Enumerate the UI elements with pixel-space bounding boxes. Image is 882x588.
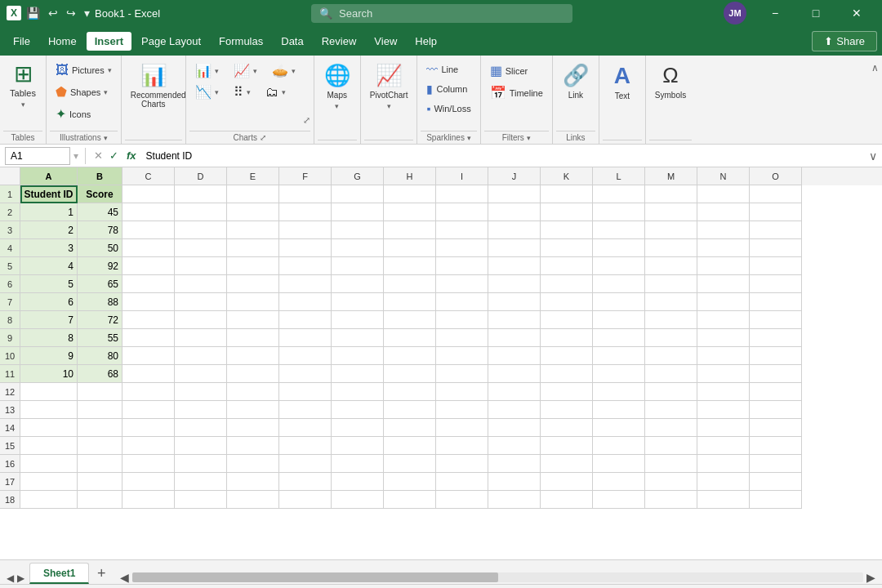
cell-B16[interactable] (78, 455, 122, 473)
cell-B13[interactable] (78, 401, 122, 419)
row-number[interactable]: 10 (0, 347, 20, 365)
cell-F15[interactable] (279, 437, 332, 455)
cell-J18[interactable] (488, 491, 541, 509)
cell-D2[interactable] (175, 203, 227, 221)
col-header-B[interactable]: B (78, 167, 122, 185)
cell-N2[interactable] (697, 203, 750, 221)
cell-J1[interactable] (488, 185, 541, 203)
col-header-I[interactable]: I (436, 167, 488, 185)
cell-M8[interactable] (645, 311, 697, 329)
cell-H11[interactable] (384, 365, 436, 383)
minimize-button[interactable]: − (756, 0, 794, 26)
cell-B6[interactable]: 65 (78, 275, 122, 293)
illustrations-icons-btn[interactable]: ✦ Icons (50, 104, 118, 124)
cell-K8[interactable] (541, 311, 593, 329)
cell-C9[interactable] (122, 329, 175, 347)
cell-K10[interactable] (541, 347, 593, 365)
col-header-C[interactable]: C (122, 167, 175, 185)
cell-E10[interactable] (227, 347, 279, 365)
cell-G2[interactable] (332, 203, 384, 221)
cell-N3[interactable] (697, 221, 750, 239)
menu-help[interactable]: Help (407, 32, 445, 51)
cell-D5[interactable] (175, 257, 227, 275)
row-number[interactable]: 15 (0, 437, 20, 455)
cell-I2[interactable] (436, 203, 488, 221)
cell-O9[interactable] (750, 329, 802, 347)
row-number[interactable]: 1 (0, 185, 20, 203)
menu-insert[interactable]: Insert (87, 32, 131, 51)
cell-F14[interactable] (279, 419, 332, 437)
cell-E1[interactable] (227, 185, 279, 203)
cell-O11[interactable] (750, 365, 802, 383)
ribbon-collapse-button[interactable]: ∧ (871, 62, 879, 74)
cell-M9[interactable] (645, 329, 697, 347)
cell-L15[interactable] (593, 437, 645, 455)
cell-F1[interactable] (279, 185, 332, 203)
cell-I1[interactable] (436, 185, 488, 203)
row-number[interactable]: 14 (0, 419, 20, 437)
scatter-chart-button[interactable]: ⠿ ▾ (228, 82, 256, 102)
cell-L17[interactable] (593, 473, 645, 491)
sheet-nav-next[interactable]: ▶ (17, 572, 24, 584)
cell-J2[interactable] (488, 203, 541, 221)
cell-L4[interactable] (593, 239, 645, 257)
cell-K7[interactable] (541, 293, 593, 311)
cell-I17[interactable] (436, 473, 488, 491)
cell-O14[interactable] (750, 419, 802, 437)
search-input[interactable] (339, 7, 564, 20)
cell-H14[interactable] (384, 419, 436, 437)
cell-B4[interactable]: 50 (78, 239, 122, 257)
cell-M1[interactable] (645, 185, 697, 203)
cell-J3[interactable] (488, 221, 541, 239)
cell-K17[interactable] (541, 473, 593, 491)
cell-H1[interactable] (384, 185, 436, 203)
cell-N8[interactable] (697, 311, 750, 329)
cell-O4[interactable] (750, 239, 802, 257)
cell-O13[interactable] (750, 401, 802, 419)
cell-G1[interactable] (332, 185, 384, 203)
cell-I4[interactable] (436, 239, 488, 257)
cell-L9[interactable] (593, 329, 645, 347)
cell-I14[interactable] (436, 419, 488, 437)
cell-K4[interactable] (541, 239, 593, 257)
cell-E12[interactable] (227, 383, 279, 401)
cell-C7[interactable] (122, 293, 175, 311)
cell-B12[interactable] (78, 383, 122, 401)
cell-H9[interactable] (384, 329, 436, 347)
maps-button[interactable]: 🌐 Maps ▾ (318, 59, 357, 114)
cell-E4[interactable] (227, 239, 279, 257)
cell-I15[interactable] (436, 437, 488, 455)
cell-B14[interactable] (78, 419, 122, 437)
cell-A14[interactable] (20, 419, 78, 437)
cell-L2[interactable] (593, 203, 645, 221)
cell-N1[interactable] (697, 185, 750, 203)
formula-expand-button[interactable]: ∨ (869, 149, 877, 163)
cell-F7[interactable] (279, 293, 332, 311)
cell-O3[interactable] (750, 221, 802, 239)
cell-K6[interactable] (541, 275, 593, 293)
cell-H16[interactable] (384, 455, 436, 473)
col-header-F[interactable]: F (279, 167, 332, 185)
cell-J9[interactable] (488, 329, 541, 347)
menu-page-layout[interactable]: Page Layout (133, 32, 209, 51)
cell-D12[interactable] (175, 383, 227, 401)
cell-I9[interactable] (436, 329, 488, 347)
cell-A17[interactable] (20, 473, 78, 491)
col-header-O[interactable]: O (750, 167, 802, 185)
cell-F4[interactable] (279, 239, 332, 257)
cell-D14[interactable] (175, 419, 227, 437)
link-button[interactable]: 🔗 Link (556, 59, 595, 104)
cell-G18[interactable] (332, 491, 384, 509)
cell-L12[interactable] (593, 383, 645, 401)
cell-K5[interactable] (541, 257, 593, 275)
sheet-tab-sheet1[interactable]: Sheet1 (29, 563, 89, 584)
cell-D17[interactable] (175, 473, 227, 491)
cell-L7[interactable] (593, 293, 645, 311)
cell-E13[interactable] (227, 401, 279, 419)
cell-J8[interactable] (488, 311, 541, 329)
cell-J16[interactable] (488, 455, 541, 473)
cell-B9[interactable]: 55 (78, 329, 122, 347)
cell-O17[interactable] (750, 473, 802, 491)
cell-N6[interactable] (697, 275, 750, 293)
cell-D16[interactable] (175, 455, 227, 473)
